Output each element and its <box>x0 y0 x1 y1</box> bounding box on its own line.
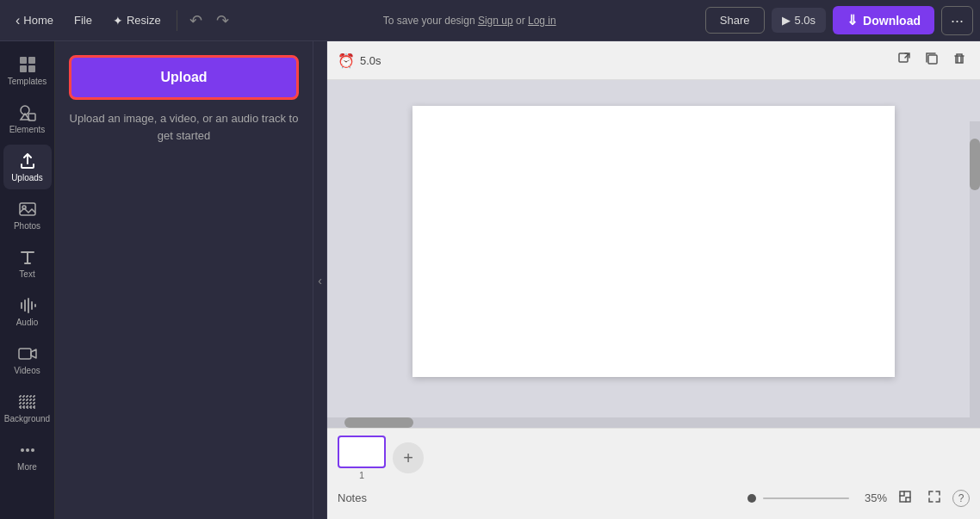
canvas-toolbar: ⏰ 5.0s <box>327 41 980 80</box>
zoom-percent: 35% <box>856 491 887 504</box>
plus-icon: + <box>403 448 413 468</box>
canvas-bottom: 1 + Notes 35% <box>327 428 980 519</box>
add-page-button[interactable]: + <box>393 442 424 473</box>
save-prompt: To save your design Sign up or Log in <box>383 15 556 27</box>
audio-label: Audio <box>16 318 39 327</box>
page-1-container: 1 <box>338 436 386 480</box>
sidebar-item-elements[interactable]: Elements <box>3 96 52 141</box>
svg-rect-13 <box>928 55 937 64</box>
resize-label: Resize <box>127 14 161 27</box>
svg-rect-2 <box>20 65 27 72</box>
preview-duration: 5.0s <box>795 14 816 27</box>
upload-button[interactable]: Upload <box>69 55 299 100</box>
text-icon <box>18 248 37 267</box>
notes-label: Notes <box>338 491 367 504</box>
home-label: Home <box>23 14 53 27</box>
download-button[interactable]: ⇓ Download <box>833 6 934 34</box>
sidebar-item-audio[interactable]: Audio <box>3 289 52 334</box>
elements-icon <box>18 103 37 122</box>
uploads-label: Uploads <box>11 173 43 182</box>
main-area: Templates Elements Uploads <box>0 41 980 519</box>
more-options-button[interactable]: ··· <box>941 6 973 35</box>
login-link[interactable]: Log in <box>528 15 556 27</box>
canvas-scroll-area[interactable] <box>327 80 980 428</box>
sidebar-item-uploads[interactable]: Uploads <box>3 145 52 189</box>
zoom-slider[interactable] <box>763 497 849 499</box>
svg-point-10 <box>26 448 29 452</box>
svg-rect-1 <box>28 57 35 64</box>
help-icon: ? <box>958 492 964 504</box>
canvas-area: ⏰ 5.0s <box>327 41 980 519</box>
pages-row: 1 + <box>338 436 970 480</box>
audio-icon <box>18 296 37 315</box>
expand-icon-button[interactable] <box>894 48 915 72</box>
templates-label: Templates <box>8 77 47 86</box>
svg-point-11 <box>31 448 34 452</box>
sidebar-icons: Templates Elements Uploads <box>0 41 55 519</box>
signup-link[interactable]: Sign up <box>478 15 513 27</box>
help-button[interactable]: ? <box>952 490 970 507</box>
scrollbar-vertical[interactable] <box>970 121 980 428</box>
copy-icon-button[interactable] <box>921 48 942 72</box>
page-thumb-1[interactable] <box>338 436 386 468</box>
svg-rect-3 <box>28 65 35 72</box>
file-button[interactable]: File <box>65 9 101 32</box>
sidebar-item-background[interactable]: Background <box>3 386 52 430</box>
scrollbar-horizontal[interactable] <box>327 417 970 428</box>
canvas-toolbar-left: ⏰ 5.0s <box>338 53 381 69</box>
photos-icon <box>18 200 37 219</box>
chevron-left-icon: ‹ <box>16 13 20 28</box>
clock-icon: ⏰ <box>338 53 355 69</box>
uploads-icon <box>18 151 37 170</box>
header: ‹ Home File ✦ Resize ↶ ↷ To save your de… <box>0 0 980 41</box>
scrollbar-thumb-v <box>970 139 980 190</box>
photos-label: Photos <box>14 221 40 231</box>
download-label: Download <box>863 14 921 28</box>
videos-label: Videos <box>14 366 40 375</box>
canvas-duration: 5.0s <box>360 54 381 67</box>
delete-icon-button[interactable] <box>949 48 970 72</box>
zoom-expand-button[interactable] <box>923 487 946 509</box>
svg-rect-14 <box>900 491 904 496</box>
canvas-page <box>412 106 895 377</box>
sidebar-item-videos[interactable]: Videos <box>3 337 52 382</box>
header-right: Share ▶ 5.0s ⇓ Download ··· <box>705 6 973 35</box>
sidebar-item-photos[interactable]: Photos <box>3 193 52 238</box>
svg-rect-0 <box>20 57 27 64</box>
redo-button[interactable]: ↷ <box>211 8 234 34</box>
background-label: Background <box>4 414 50 423</box>
zoom-fit-button[interactable] <box>894 487 916 509</box>
page-number-1: 1 <box>359 470 364 480</box>
svg-rect-12 <box>899 53 908 62</box>
file-label: File <box>74 14 92 27</box>
more-label: More <box>17 462 37 472</box>
resize-button[interactable]: ✦ Resize <box>104 9 170 33</box>
templates-icon <box>18 55 37 74</box>
svg-rect-8 <box>19 349 31 359</box>
save-text: To save your design <box>383 15 478 27</box>
sidebar-item-text[interactable]: Text <box>3 241 52 286</box>
undo-button[interactable]: ↶ <box>184 8 208 34</box>
svg-point-9 <box>21 448 24 452</box>
left-panel: Upload Upload an image, a video, or an a… <box>55 41 313 519</box>
or-text: or <box>516 15 528 27</box>
upload-hint: Upload an image, a video, or an audio tr… <box>69 110 299 144</box>
sidebar-item-more[interactable]: More <box>3 434 52 479</box>
more-icon: ··· <box>951 12 964 29</box>
panel-collapse-handle[interactable]: ‹ <box>313 41 327 519</box>
sidebar-item-templates[interactable]: Templates <box>3 48 52 93</box>
download-icon: ⇓ <box>847 12 858 28</box>
zoom-controls: 35% ? <box>374 487 970 509</box>
share-button[interactable]: Share <box>705 7 765 34</box>
more-dots-icon <box>18 441 37 460</box>
svg-rect-6 <box>20 203 35 215</box>
home-button[interactable]: ‹ Home <box>7 8 62 34</box>
canvas-toolbar-right <box>894 48 970 72</box>
collapse-icon: ‹ <box>318 274 322 287</box>
background-icon <box>18 392 37 411</box>
scrollbar-thumb-h <box>344 417 413 428</box>
preview-button[interactable]: ▶ 5.0s <box>772 8 827 33</box>
play-icon: ▶ <box>782 14 791 27</box>
divider-1 <box>177 10 177 31</box>
notes-row: Notes 35% <box>338 484 970 512</box>
